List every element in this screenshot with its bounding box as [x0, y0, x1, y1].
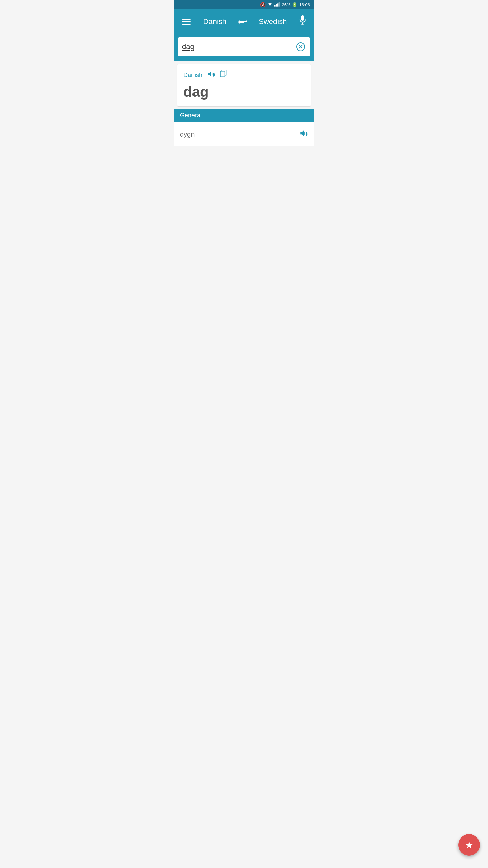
status-icons: 🔇 26% 🔋 16:06 [260, 2, 310, 8]
menu-icon [182, 24, 191, 25]
search-container [174, 34, 314, 61]
card-speak-button[interactable] [207, 70, 215, 80]
card-language-label: Danish [183, 72, 202, 79]
swap-languages-button[interactable] [238, 18, 248, 26]
result-word[interactable]: dygn [180, 131, 195, 138]
battery-icon: 🔋 [292, 2, 297, 7]
clear-search-button[interactable] [295, 41, 306, 52]
menu-icon [182, 19, 191, 20]
card-copy-button[interactable] [220, 70, 227, 80]
svg-rect-0 [274, 5, 276, 6]
svg-rect-3 [278, 2, 279, 6]
source-language-button[interactable]: Danish [203, 17, 226, 26]
mute-icon: 🔇 [260, 2, 266, 7]
menu-button[interactable] [181, 17, 192, 26]
svg-rect-6 [302, 22, 303, 24]
battery-percent: 26% [282, 2, 290, 7]
svg-rect-4 [279, 2, 280, 6]
app-bar: Danish Swedish [174, 9, 314, 34]
microphone-button[interactable] [298, 15, 307, 28]
svg-rect-14 [220, 71, 225, 77]
status-bar: 🔇 26% 🔋 16:06 [174, 0, 314, 9]
search-input[interactable] [182, 42, 295, 51]
target-language-button[interactable]: Swedish [259, 17, 287, 26]
card-header: Danish [183, 70, 305, 80]
result-row: dygn [174, 122, 314, 146]
result-speak-button[interactable] [299, 129, 308, 139]
section-header: General [174, 108, 314, 122]
svg-rect-1 [276, 4, 277, 7]
results-list: dygn [174, 122, 314, 146]
translation-card: Danish dag [177, 64, 311, 106]
section-title: General [180, 112, 202, 119]
svg-rect-7 [301, 24, 304, 25]
svg-rect-2 [277, 3, 278, 6]
svg-rect-5 [301, 15, 304, 21]
wifi-icon [267, 2, 273, 7]
search-box [178, 37, 310, 56]
time-display: 16:06 [299, 2, 310, 7]
menu-icon [182, 21, 191, 22]
signal-icon [274, 2, 280, 8]
source-word: dag [183, 84, 305, 100]
